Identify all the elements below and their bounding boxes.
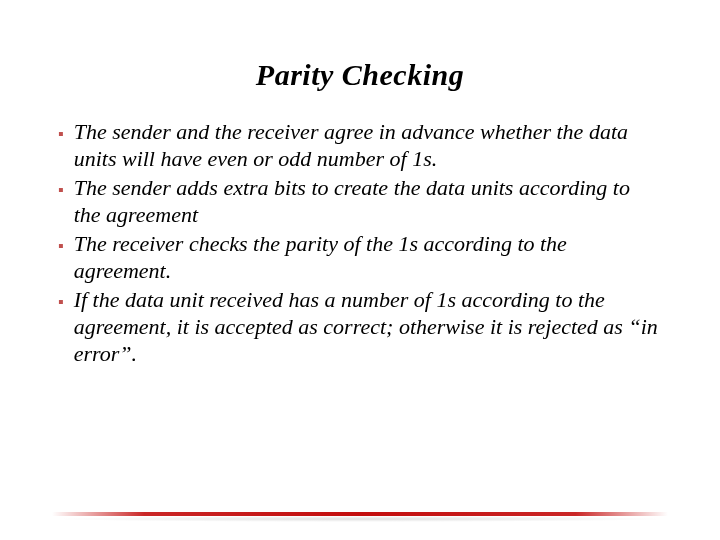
list-item: ▪ If the data unit received has a number… [58,286,662,367]
list-item: ▪ The receiver checks the parity of the … [58,230,662,284]
bullet-text: The sender and the receiver agree in adv… [74,118,662,172]
bullet-text: The sender adds extra bits to create the… [74,174,662,228]
slide: Parity Checking ▪ The sender and the rec… [0,58,720,540]
bullet-list: ▪ The sender and the receiver agree in a… [58,118,662,367]
bullet-icon: ▪ [58,120,64,148]
bullet-text: If the data unit received has a number o… [74,286,662,367]
divider-shadow [52,516,668,522]
list-item: ▪ The sender adds extra bits to create t… [58,174,662,228]
slide-title: Parity Checking [0,58,720,92]
bullet-icon: ▪ [58,288,64,316]
bullet-icon: ▪ [58,176,64,204]
bullet-icon: ▪ [58,232,64,260]
bullet-text: The receiver checks the parity of the 1s… [74,230,662,284]
list-item: ▪ The sender and the receiver agree in a… [58,118,662,172]
